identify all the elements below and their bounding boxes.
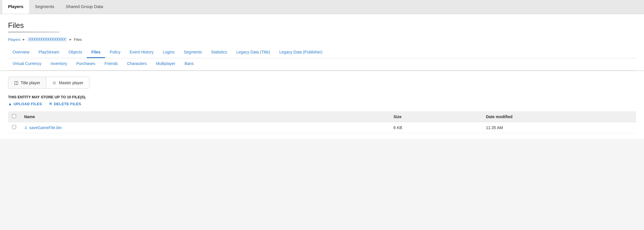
breadcrumb-arrow-2: ► — [69, 38, 72, 41]
nav-tabs-row1: Overview PlayStream Objects Files Policy… — [8, 47, 636, 58]
top-tab-segments[interactable]: Segments — [29, 0, 60, 14]
nav-tab-objects[interactable]: Objects — [64, 47, 87, 58]
page-title: Files — [8, 21, 636, 30]
header-date-modified: Date modified — [482, 111, 636, 122]
delete-files-link[interactable]: ✕ DELETE FILES — [49, 101, 81, 106]
player-type-buttons: ◫ Title player ☺ Master player — [8, 77, 89, 89]
storage-notice: THIS ENTITY MAY STORE UP TO 10 FILE(S). — [8, 95, 636, 99]
nav-tab-multiplayer[interactable]: Multiplayer — [151, 58, 180, 70]
header-size: Size — [390, 111, 482, 122]
nav-tabs-row2: Virtual Currency Inventory Purchases Fri… — [8, 58, 636, 70]
nav-tab-files[interactable]: Files — [87, 47, 105, 58]
nav-tab-overview[interactable]: Overview — [8, 47, 34, 58]
row-checkbox-cell — [8, 122, 20, 133]
top-tab-bar: Players Segments Shared Group Data — [0, 0, 644, 14]
file-actions: ▲ UPLOAD FILES ✕ DELETE FILES — [8, 101, 636, 106]
header-name: Name — [20, 111, 390, 122]
download-icon: ⇓ — [24, 125, 28, 130]
breadcrumb-players-link[interactable]: Players — [8, 37, 20, 42]
table-row: ⇓ saveGameFile.bin 6 KB 11:35 AM — [8, 122, 636, 133]
master-player-label: Master player — [59, 80, 83, 85]
files-table: Name Size Date modified ⇓ saveGameFile.b… — [8, 111, 636, 133]
nav-tab-playstream[interactable]: PlayStream — [34, 47, 64, 58]
select-all-checkbox[interactable] — [12, 114, 16, 118]
delete-icon: ✕ — [49, 101, 52, 106]
file-download-link[interactable]: ⇓ saveGameFile.bin — [24, 125, 386, 130]
nav-tab-purchases[interactable]: Purchases — [72, 58, 100, 70]
breadcrumb-arrow-1: ► — [22, 38, 25, 41]
breadcrumb-current: Files — [74, 37, 82, 42]
nav-tab-policy[interactable]: Policy — [105, 47, 125, 58]
upload-icon: ▲ — [8, 101, 12, 106]
header-checkbox-cell — [8, 111, 20, 122]
file-date-cell: 11:35 AM — [482, 122, 636, 133]
breadcrumb-player-id[interactable]: XXXXXXXXXXXXXXXX — [27, 37, 67, 42]
nav-tab-event-history[interactable]: Event History — [125, 47, 158, 58]
nav-tab-segments[interactable]: Segments — [179, 47, 206, 58]
master-player-icon: ☺ — [52, 80, 57, 85]
body-section: ◫ Title player ☺ Master player THIS ENTI… — [0, 71, 644, 139]
nav-tab-statistics[interactable]: Statistics — [206, 47, 232, 58]
nav-tab-legacy-title[interactable]: Legacy Data (Title) — [232, 47, 275, 58]
nav-tab-legacy-publisher[interactable]: Legacy Data (Publisher) — [275, 47, 327, 58]
nav-tab-bans[interactable]: Bans — [180, 58, 198, 70]
nav-tab-characters[interactable]: Characters — [123, 58, 151, 70]
top-tab-shared-group-data[interactable]: Shared Group Data — [60, 0, 109, 14]
nav-tab-logins[interactable]: Logins — [158, 47, 179, 58]
title-player-icon: ◫ — [14, 80, 18, 85]
nav-tab-virtual-currency[interactable]: Virtual Currency — [8, 58, 46, 70]
upload-files-label: UPLOAD FILES — [13, 102, 42, 106]
title-player-button[interactable]: ◫ Title player — [8, 77, 46, 88]
page-content: Files Players ► XXXXXXXXXXXXXXXX ► Files… — [0, 14, 644, 70]
title-player-label: Title player — [21, 80, 40, 85]
upload-files-link[interactable]: ▲ UPLOAD FILES — [8, 101, 42, 106]
master-player-button[interactable]: ☺ Master player — [46, 77, 89, 88]
file-name-cell: ⇓ saveGameFile.bin — [20, 122, 390, 133]
delete-files-label: DELETE FILES — [54, 102, 81, 106]
nav-tab-friends[interactable]: Friends — [100, 58, 123, 70]
top-tab-players[interactable]: Players — [2, 0, 29, 14]
breadcrumb: Players ► XXXXXXXXXXXXXXXX ► Files — [8, 37, 636, 42]
title-underline — [8, 32, 60, 32]
nav-tab-inventory[interactable]: Inventory — [46, 58, 72, 70]
file-name[interactable]: saveGameFile.bin — [29, 125, 62, 130]
row-checkbox[interactable] — [12, 125, 16, 129]
file-size-cell: 6 KB — [390, 122, 482, 133]
table-header-row: Name Size Date modified — [8, 111, 636, 122]
